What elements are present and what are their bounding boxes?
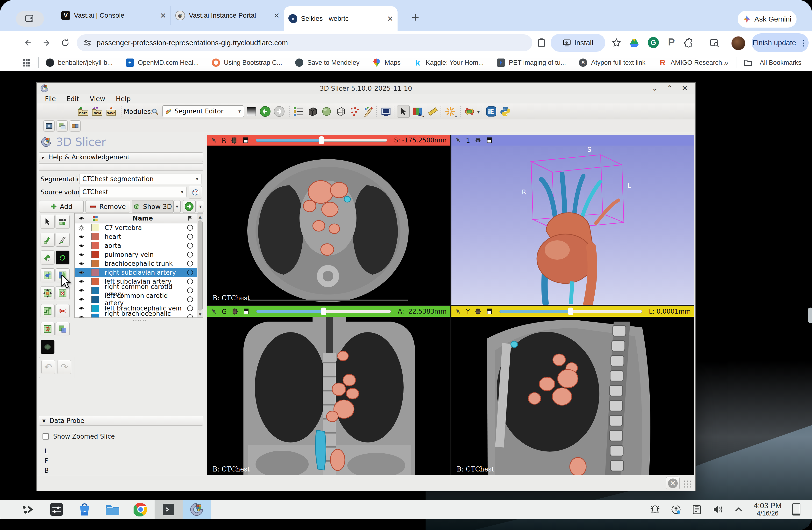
reading-mode-icon[interactable] — [710, 38, 719, 47]
bookmark-item[interactable]: R AMIGO Research... — [658, 58, 727, 67]
reload-button[interactable] — [60, 38, 70, 47]
show-3d-dropdown[interactable]: ▾ — [173, 200, 181, 213]
segment-row[interactable]: pulmonary vein — [75, 250, 197, 259]
slicer-titlebar[interactable]: 3D Slicer 5.10.0-2025-11-10 ⌄ ⌃ ✕ — [37, 83, 695, 94]
error-log-button[interactable]: ✕ — [666, 477, 680, 490]
models-module-button[interactable] — [320, 105, 333, 118]
mouse-interaction-button[interactable] — [397, 105, 410, 118]
pin-icon[interactable] — [455, 308, 462, 315]
window-minimize-button[interactable]: ⌄ — [651, 84, 659, 92]
segment-visibility-toggle[interactable] — [75, 261, 88, 267]
menu-edit[interactable]: Edit — [67, 95, 79, 102]
load-data-button[interactable]: DATA — [77, 105, 89, 118]
segment-status-circle[interactable] — [187, 314, 193, 318]
taskbar-discover-app[interactable] — [71, 500, 99, 519]
install-button[interactable]: Install — [551, 34, 605, 52]
forward-button[interactable] — [42, 38, 51, 47]
browser-menu-kebab-icon[interactable]: ⋮ — [799, 38, 808, 47]
show-desktop-button[interactable] — [792, 503, 800, 516]
annotations-module-button[interactable] — [362, 105, 375, 118]
remove-segment-button[interactable]: Remove — [86, 200, 130, 213]
extensions-manager-button[interactable]: E — [485, 105, 497, 118]
segment-row[interactable]: heart — [75, 232, 197, 241]
bookmark-item[interactable]: Maps — [373, 58, 401, 67]
add-segment-button[interactable]: Add — [39, 200, 84, 213]
effect-draw-button[interactable] — [56, 233, 70, 247]
window-maximize-button[interactable]: ⌃ — [666, 84, 674, 92]
grammarly-extension-icon[interactable]: G — [648, 37, 659, 48]
segment-visibility-toggle[interactable] — [75, 287, 88, 294]
apps-grid-icon[interactable] — [22, 58, 31, 67]
red-slice-slider[interactable] — [256, 139, 387, 142]
tab-overview-button[interactable] — [16, 11, 44, 27]
segment-row[interactable]: brachiocephalic trunk — [75, 259, 197, 268]
layout-selector-button[interactable]: ▾ — [463, 105, 476, 118]
effect-mask-volume-button[interactable] — [41, 340, 55, 354]
browser-tab[interactable]: V Vast.ai | Console ✕ — [57, 6, 171, 25]
coronal-slice-view[interactable]: B: CTChest — [207, 317, 450, 476]
pin-icon[interactable] — [211, 308, 217, 315]
segment-color-swatch[interactable] — [91, 233, 99, 240]
crosshair-button[interactable]: ▾ — [444, 105, 456, 118]
tab-close-icon[interactable]: ✕ — [270, 11, 280, 20]
compare-views-button[interactable] — [70, 121, 81, 131]
viewport-menu-icon[interactable] — [242, 137, 249, 144]
tab-close-icon[interactable]: ✕ — [157, 11, 166, 20]
tray-expand-icon[interactable] — [734, 506, 743, 513]
slice-visibility-icon[interactable] — [231, 137, 238, 144]
viewport-menu-icon[interactable] — [486, 137, 493, 144]
browser-tab[interactable]: ◉ Vast.ai Instance Portal ✕ — [171, 6, 284, 25]
segment-status-circle[interactable] — [187, 305, 193, 311]
taskbar-clock[interactable]: 4:03 PM 4/16/26 — [754, 502, 782, 517]
segment-status-circle[interactable] — [187, 252, 193, 257]
segment-row[interactable]: left common carotid artery — [75, 295, 197, 304]
segment-color-swatch[interactable] — [91, 296, 99, 303]
screen-capture-button[interactable] — [380, 105, 392, 118]
finish-update-button[interactable]: Finish update ⋮ — [752, 33, 809, 52]
name-column-header[interactable]: Name — [102, 215, 183, 222]
center-3d-view-icon[interactable] — [474, 137, 482, 144]
taskbar-files-app[interactable] — [99, 500, 127, 519]
slice-visibility-icon[interactable] — [231, 308, 238, 315]
effect-paint-button[interactable] — [41, 233, 55, 247]
module-history-button[interactable] — [246, 105, 257, 118]
module-selector[interactable]: Segment Editor ▾ — [162, 106, 244, 117]
back-button[interactable] — [23, 38, 33, 47]
drive-extension-icon[interactable] — [629, 38, 639, 47]
segment-visibility-toggle[interactable] — [75, 251, 88, 258]
effect-level-tracing-button[interactable] — [56, 251, 70, 265]
segments-scrollbar[interactable]: ▲ ▼ — [197, 213, 203, 318]
segment-status-circle[interactable] — [187, 261, 193, 266]
segment-row[interactable]: right brachiocephalic vein — [75, 313, 197, 318]
show-zoomed-slice-checkbox[interactable] — [43, 433, 49, 440]
menu-help[interactable]: Help — [116, 95, 131, 102]
scene-screenshot-button[interactable] — [43, 121, 55, 131]
table-resize-handle[interactable] — [132, 319, 147, 321]
url-bar[interactable]: passenger-profession-representations-gig… — [77, 34, 532, 51]
segment-visibility-toggle[interactable] — [75, 269, 88, 276]
specify-geometry-button[interactable] — [189, 186, 202, 199]
extensions-puzzle-icon[interactable] — [683, 38, 693, 47]
segment-color-swatch[interactable] — [91, 269, 99, 276]
module-search-icon[interactable] — [151, 108, 159, 115]
sagittal-slice-view[interactable]: B: CTChest — [451, 317, 694, 476]
effect-erase-button[interactable] — [41, 251, 55, 265]
show-3d-button[interactable]: Show 3D — [132, 200, 173, 213]
bookmark-item[interactable]: S Atypon full text link — [579, 58, 646, 67]
window-resize-grip[interactable] — [683, 480, 692, 488]
dicom-button[interactable]: DCM — [91, 105, 103, 118]
taskbar-slicer-app[interactable] — [183, 500, 211, 519]
segment-visibility-toggle[interactable] — [75, 278, 88, 284]
segment-status-circle[interactable] — [187, 243, 193, 249]
site-settings-icon[interactable] — [83, 39, 92, 47]
clipboard-icon[interactable] — [537, 38, 546, 47]
taskbar-terminal-app[interactable] — [155, 500, 183, 519]
segment-color-swatch[interactable] — [91, 224, 99, 232]
segment-color-swatch[interactable] — [91, 305, 99, 312]
segment-color-swatch[interactable] — [91, 313, 99, 318]
yellow-slice-slider[interactable] — [499, 310, 642, 313]
bookmark-item[interactable]: + OpenMD.com Heal... — [126, 58, 199, 67]
module-back-button[interactable] — [259, 105, 272, 118]
save-button[interactable]: SAVE — [105, 105, 117, 118]
clipboard-tray-icon[interactable] — [692, 504, 701, 515]
